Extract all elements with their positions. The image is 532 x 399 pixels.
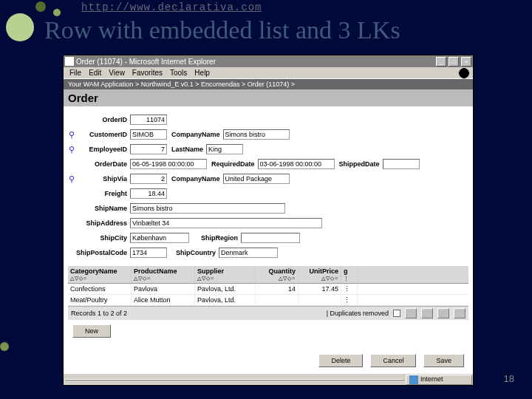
grid-first-button[interactable] <box>405 308 417 318</box>
label-shippostal: ShipPostalCode <box>68 249 130 256</box>
menu-tools[interactable]: Tools <box>167 69 190 77</box>
shipcountry-field[interactable] <box>219 248 278 258</box>
delete-button[interactable]: Delete <box>318 354 363 367</box>
lastname-field[interactable] <box>206 144 243 154</box>
duplicates-checkbox[interactable] <box>393 310 400 317</box>
label-orderdate: OrderDate <box>68 160 130 168</box>
grid-next-button[interactable] <box>437 308 449 318</box>
label-employeeid: EmployeeID <box>75 146 130 153</box>
sort-icons[interactable]: △▽◇≡ <box>70 276 129 282</box>
menu-help[interactable]: Help <box>191 69 213 77</box>
header-url: http://www.declarativa.com <box>81 1 262 13</box>
sort-icons[interactable]: ⋮ <box>344 276 355 282</box>
freight-field[interactable] <box>130 188 167 199</box>
label-orderid: OrderID <box>68 116 130 123</box>
lk-customer-icon[interactable]: ⚲ <box>68 130 75 140</box>
shippeddate-field[interactable] <box>383 159 420 169</box>
requireddate-field[interactable] <box>258 159 335 169</box>
new-button[interactable]: New <box>72 324 111 338</box>
records-label: Records 1 to 2 of 2 <box>71 310 127 317</box>
duplicates-label: | Duplicates removed <box>327 310 389 317</box>
minimize-button[interactable]: _ <box>436 57 446 66</box>
sort-icons[interactable]: △▽◇≡ <box>197 276 253 282</box>
menubar: File Edit View Favorites Tools Help <box>64 67 473 79</box>
shipregion-field[interactable] <box>241 233 300 243</box>
window-title: Order (11074) - Microsoft Internet Explo… <box>76 58 216 66</box>
label-requireddate: RequiredDate <box>207 160 258 168</box>
ie-logo-icon <box>458 67 470 79</box>
col-quantity[interactable]: Quantity△▽◇≡ <box>256 266 299 283</box>
label-shippeddate: ShippedDate <box>335 160 383 168</box>
save-button[interactable]: Save <box>423 354 464 367</box>
label-shipname: ShipName <box>68 205 130 212</box>
internet-zone-icon <box>409 375 418 384</box>
form: OrderID ⚲ CustomerID CompanyName ⚲ Emplo… <box>64 106 473 348</box>
label-freight: Freight <box>68 190 130 197</box>
maximize-button[interactable]: □ <box>449 57 459 66</box>
menu-file[interactable]: File <box>66 69 84 77</box>
close-button[interactable]: × <box>461 57 471 66</box>
menu-view[interactable]: View <box>106 69 128 77</box>
employeeid-field[interactable] <box>130 144 167 154</box>
label-lastname: LastName <box>167 146 206 153</box>
grid-last-button[interactable] <box>454 308 466 318</box>
status-right: Internet <box>406 375 472 385</box>
col-product[interactable]: ProductName△▽◇≡ <box>132 266 195 283</box>
shipcompany-field[interactable] <box>223 174 290 184</box>
col-supplier[interactable]: Supplier△▽◇≡ <box>195 266 256 283</box>
label-shipregion: ShipRegion <box>189 234 241 242</box>
lk-shipvia-icon[interactable]: ⚲ <box>68 174 75 184</box>
menu-favorites[interactable]: Favorites <box>129 69 166 77</box>
label-shipcountry: ShipCountry <box>167 249 219 256</box>
shipvia-field[interactable] <box>130 174 167 184</box>
shipname-field[interactable] <box>130 203 285 214</box>
lk-employee-icon[interactable]: ⚲ <box>68 145 75 154</box>
breadcrumb[interactable]: Your WAM Application > Northwind_E v0.1 … <box>64 79 473 89</box>
page-title: Order <box>64 89 473 106</box>
label-companyname: CompanyName <box>167 131 223 138</box>
label-shipaddress: ShipAddress <box>68 219 130 227</box>
col-g[interactable]: g⋮ <box>341 266 358 283</box>
label-shipcompany: CompanyName <box>167 175 223 183</box>
status-left <box>64 379 404 381</box>
grid-prev-button[interactable] <box>421 308 433 318</box>
col-unitprice[interactable]: UnitPrice△▽◇≡ <box>299 266 341 283</box>
shipcity-field[interactable] <box>130 233 189 243</box>
detail-grid: CategoryName△▽◇≡ ProductName△▽◇≡ Supplie… <box>68 266 468 320</box>
page-number: 18 <box>504 373 514 384</box>
table-row[interactable]: Meat/Poultry Alice Mutton Pavlova, Ltd. … <box>68 295 468 306</box>
label-shipvia: ShipVia <box>75 175 130 183</box>
shippostal-field[interactable] <box>130 248 167 258</box>
menu-edit[interactable]: Edit <box>86 69 104 77</box>
customerid-field[interactable] <box>130 129 167 140</box>
titlebar[interactable]: Order (11074) - Microsoft Internet Explo… <box>64 55 473 67</box>
label-shipcity: ShipCity <box>68 234 130 242</box>
ie-window: Order (11074) - Microsoft Internet Explo… <box>63 55 474 386</box>
sort-icons[interactable]: △▽◇≡ <box>301 276 338 282</box>
orderid-field[interactable] <box>130 115 167 125</box>
cancel-button[interactable]: Cancel <box>370 354 416 367</box>
sort-icons[interactable]: △▽◇≡ <box>134 276 192 282</box>
label-customerid: CustomerID <box>75 131 130 138</box>
sort-icons[interactable]: △▽◇≡ <box>258 276 296 282</box>
app-icon <box>65 57 74 66</box>
orderdate-field[interactable] <box>130 159 207 169</box>
slide-title: Row with embedded list and 3 LKs <box>44 16 400 44</box>
table-row[interactable]: Confections Pavlova Pavlova, Ltd. 14 17.… <box>68 284 468 295</box>
col-category[interactable]: CategoryName△▽◇≡ <box>68 266 132 283</box>
shipaddress-field[interactable] <box>130 218 322 228</box>
companyname-field[interactable] <box>223 129 290 140</box>
statusbar: Internet <box>64 373 473 385</box>
